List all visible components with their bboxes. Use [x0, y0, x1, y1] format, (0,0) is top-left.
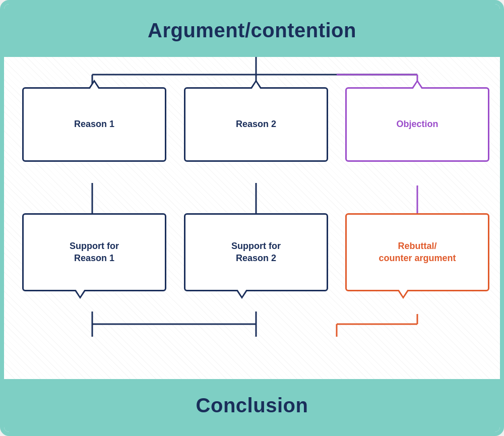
reason2-bubble: Reason 2: [184, 87, 328, 162]
reason1-label: Reason 1: [74, 118, 114, 130]
corner-decoration-bl: [6, 405, 31, 430]
support2-bubble: Support for Reason 2: [184, 213, 328, 291]
corner-decoration-tl: [6, 6, 31, 31]
support1-label: Support for Reason 1: [70, 240, 119, 264]
corner-decoration-tr: [473, 6, 498, 31]
objection-label: Objection: [396, 118, 438, 130]
content-area: Reason 1 Reason 2 Objection Support for …: [4, 57, 500, 379]
rebuttal-label: Rebuttal/ counter argument: [379, 240, 456, 264]
main-frame: Argument/contention Conclusion: [0, 0, 504, 436]
rebuttal-bubble: Rebuttal/ counter argument: [345, 213, 489, 291]
bottom-bar: Conclusion: [4, 379, 500, 432]
objection-bubble: Objection: [345, 87, 489, 162]
reason1-bubble: Reason 1: [22, 87, 166, 162]
page-title: Argument/contention: [148, 19, 356, 42]
footer-title: Conclusion: [196, 394, 308, 417]
support2-label: Support for Reason 2: [231, 240, 281, 264]
top-bar: Argument/contention: [4, 4, 500, 57]
support1-bubble: Support for Reason 1: [22, 213, 166, 291]
reason2-label: Reason 2: [236, 118, 276, 130]
corner-decoration-br: [473, 405, 498, 430]
